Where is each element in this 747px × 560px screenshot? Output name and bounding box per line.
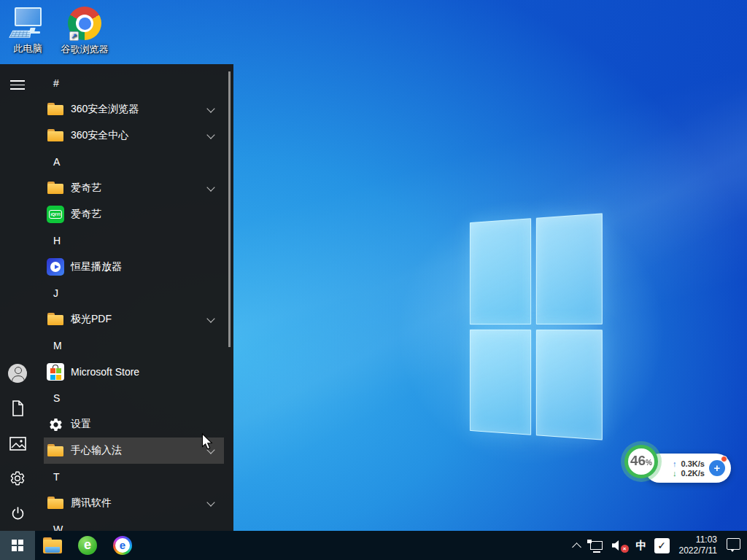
desktop-icon-label: 此电脑 bbox=[1, 42, 55, 55]
rail-item-user[interactable] bbox=[0, 356, 35, 391]
documents-icon bbox=[11, 400, 25, 416]
start-app-label: 腾讯软件 bbox=[71, 497, 112, 510]
start-section-header[interactable]: T bbox=[44, 464, 224, 490]
start-app-item[interactable]: 360安全中心 bbox=[44, 122, 224, 149]
start-app-label: 恒星播放器 bbox=[71, 260, 122, 273]
chevron-down-icon[interactable] bbox=[206, 183, 214, 191]
volume-muted-icon[interactable]: × bbox=[611, 539, 629, 553]
start-section-header[interactable]: # bbox=[44, 70, 224, 96]
plus-icon: + bbox=[714, 462, 721, 474]
section-letter: A bbox=[53, 156, 60, 168]
file-explorer-icon bbox=[43, 537, 62, 553]
rail-item-documents[interactable] bbox=[0, 391, 35, 426]
hamburger-menu-icon[interactable] bbox=[10, 80, 25, 90]
rail-item-power[interactable] bbox=[0, 496, 35, 531]
folder-icon bbox=[47, 311, 64, 328]
section-letter: J bbox=[53, 287, 58, 299]
start-app-item[interactable]: iQIYI爱奇艺 bbox=[44, 201, 224, 228]
start-section-header[interactable]: H bbox=[44, 228, 224, 254]
folder-icon bbox=[47, 494, 64, 512]
ime-indicator-icon[interactable]: ✓ bbox=[654, 538, 670, 553]
start-app-label: Microsoft Store bbox=[71, 366, 139, 378]
this-pc-icon bbox=[10, 6, 45, 41]
chrome-icon: ↗ bbox=[67, 7, 102, 42]
chevron-down-icon[interactable] bbox=[206, 104, 214, 112]
wallpaper-logo-pane bbox=[535, 330, 603, 440]
chevron-down-icon[interactable] bbox=[206, 314, 214, 322]
power-icon bbox=[10, 506, 26, 521]
shortcut-arrow-icon: ↗ bbox=[69, 31, 79, 41]
start-app-label: 设置 bbox=[71, 418, 91, 431]
usage-percent: 46 bbox=[630, 448, 646, 473]
tray-time: 11:03 bbox=[679, 534, 718, 545]
download-arrow-icon bbox=[673, 469, 677, 478]
widget-notification-dot bbox=[721, 456, 727, 462]
start-app-item[interactable]: Microsoft Store bbox=[44, 359, 224, 385]
start-app-item[interactable]: 爱奇艺 bbox=[44, 175, 224, 201]
desktop-icon-this-pc[interactable]: 此电脑 bbox=[1, 6, 55, 55]
chevron-down-icon[interactable] bbox=[206, 131, 214, 139]
wallpaper-logo-pane bbox=[470, 218, 531, 324]
upload-speed: 0.3K/s bbox=[681, 459, 705, 468]
taskbar: × 中 ✓ 11:03 2022/7/11 bbox=[0, 531, 747, 560]
section-letter: M bbox=[53, 340, 62, 351]
desktop-icon-chrome[interactable]: ↗ 谷歌浏览器 bbox=[58, 6, 112, 56]
taskbar-360-secure-browser[interactable] bbox=[70, 531, 105, 560]
start-app-label: 爱奇艺 bbox=[71, 182, 101, 195]
widget-add-button[interactable]: + bbox=[709, 460, 725, 476]
start-app-item[interactable]: 恒星播放器 bbox=[44, 254, 224, 280]
system-tray: × 中 ✓ 11:03 2022/7/11 bbox=[573, 531, 747, 560]
upload-arrow-icon bbox=[673, 459, 677, 468]
usage-ball[interactable]: 46% bbox=[624, 445, 658, 478]
mouse-cursor bbox=[201, 433, 214, 451]
rail-item-pictures[interactable] bbox=[0, 426, 35, 461]
tray-date: 2022/7/11 bbox=[679, 545, 718, 556]
360-secure-browser-icon bbox=[78, 536, 97, 555]
section-letter: T bbox=[53, 471, 60, 483]
start-app-label: 极光PDF bbox=[71, 313, 112, 326]
taskbar-clock[interactable]: 11:03 2022/7/11 bbox=[679, 534, 718, 556]
start-section-header[interactable]: W bbox=[44, 516, 224, 531]
taskbar-360-extreme-browser[interactable] bbox=[105, 531, 140, 560]
start-app-item[interactable]: 360安全浏览器 bbox=[44, 96, 224, 122]
folder-icon bbox=[47, 127, 64, 144]
action-center-icon[interactable] bbox=[727, 538, 740, 550]
start-app-item[interactable]: 手心输入法 bbox=[44, 438, 224, 464]
rail-item-settings[interactable] bbox=[0, 461, 35, 496]
start-button[interactable] bbox=[0, 531, 35, 560]
taskbar-file-explorer[interactable] bbox=[35, 531, 70, 560]
start-section-header[interactable]: J bbox=[44, 280, 224, 306]
folder-icon bbox=[47, 101, 64, 118]
start-app-item[interactable]: 极光PDF bbox=[44, 306, 224, 332]
start-section-header[interactable]: M bbox=[44, 332, 224, 359]
folder-icon bbox=[47, 442, 64, 459]
section-letter: W bbox=[53, 524, 63, 531]
pictures-icon bbox=[9, 437, 26, 451]
player-icon bbox=[47, 258, 64, 276]
wallpaper-logo-pane bbox=[535, 213, 603, 324]
start-app-item[interactable]: 设置 bbox=[44, 411, 224, 438]
start-app-item[interactable]: 腾讯软件 bbox=[44, 490, 224, 516]
start-menu-rail bbox=[0, 64, 35, 531]
tray-expand-chevron-icon[interactable] bbox=[572, 542, 581, 552]
start-app-label: 爱奇艺 bbox=[71, 208, 101, 221]
user-account-icon bbox=[8, 364, 27, 383]
start-app-label: 360安全中心 bbox=[71, 129, 128, 142]
store-icon bbox=[47, 363, 64, 381]
gear-icon bbox=[47, 416, 64, 433]
input-language-indicator[interactable]: 中 bbox=[636, 539, 647, 553]
start-menu: #360安全浏览器360安全中心A爱奇艺iQIYI爱奇艺H恒星播放器J极光PDF… bbox=[0, 64, 233, 531]
chevron-down-icon[interactable] bbox=[206, 498, 214, 506]
wallpaper-logo-pane bbox=[470, 329, 531, 435]
desktop-icon-label: 谷歌浏览器 bbox=[58, 43, 112, 56]
iqiyi-icon: iQIYI bbox=[47, 206, 64, 223]
start-section-header[interactable]: A bbox=[44, 149, 224, 175]
settings-gear-icon bbox=[9, 470, 26, 486]
windows-flag-icon bbox=[12, 540, 23, 551]
download-speed: 0.2K/s bbox=[681, 469, 705, 478]
network-icon[interactable] bbox=[587, 539, 604, 553]
start-app-label: 手心输入法 bbox=[71, 444, 122, 457]
start-menu-scrollbar[interactable] bbox=[228, 71, 231, 347]
start-section-header[interactable]: S bbox=[44, 385, 224, 411]
desktop: 此电脑 ↗ 谷歌浏览器 bbox=[0, 0, 747, 560]
